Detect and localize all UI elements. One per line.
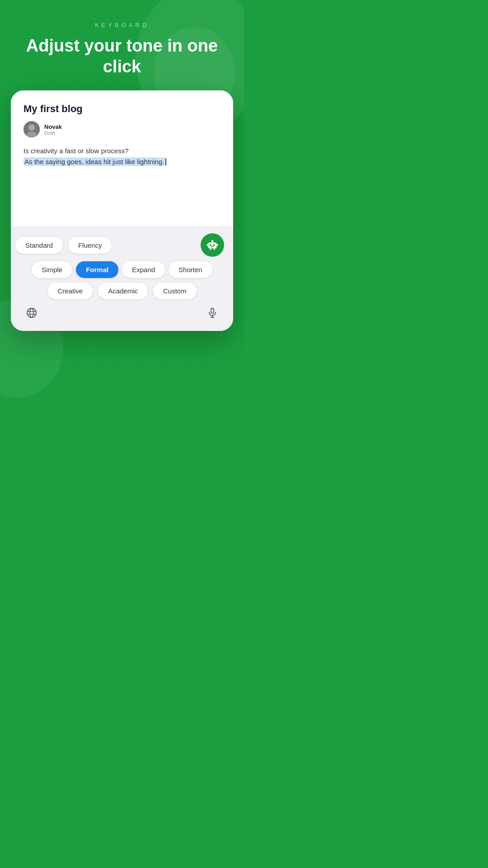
author-status: Draft <box>44 130 62 136</box>
avatar <box>23 121 40 137</box>
tone-btn-standard[interactable]: Standard <box>15 237 63 254</box>
author-name: Novak <box>44 123 62 130</box>
svg-rect-6 <box>211 246 214 247</box>
keyboard-bottom-bar <box>15 304 229 326</box>
tone-btn-academic[interactable]: Academic <box>98 283 148 299</box>
svg-rect-9 <box>207 244 208 246</box>
svg-rect-10 <box>216 244 218 246</box>
globe-icon[interactable] <box>26 307 37 321</box>
svg-point-8 <box>211 240 213 242</box>
svg-point-14 <box>30 308 33 317</box>
tone-btn-simple[interactable]: Simple <box>32 261 72 278</box>
phone-card: My first blog Novak Draft Is creativity … <box>11 90 233 331</box>
svg-rect-4 <box>210 244 211 246</box>
tone-btn-custom[interactable]: Custom <box>153 283 197 299</box>
text-normal: Is creativity a fast or slow process? <box>23 147 129 155</box>
document-text: Is creativity a fast or slow process? As… <box>23 146 221 167</box>
text-highlighted: As the saying goes, ideas hit just like … <box>23 157 165 166</box>
tone-btn-formal[interactable]: Formal <box>76 261 118 278</box>
tone-btn-creative[interactable]: Creative <box>47 283 93 299</box>
tone-btn-fluency[interactable]: Fluency <box>68 237 112 254</box>
svg-rect-3 <box>208 243 217 249</box>
keyboard-row-1: Standard Fluency <box>15 233 229 257</box>
header-label: KEYBOARD <box>0 22 244 28</box>
avatar-image <box>23 121 40 137</box>
keyboard-area: Standard Fluency Simp <box>11 226 233 331</box>
svg-rect-5 <box>213 244 215 246</box>
ai-button[interactable] <box>201 233 224 257</box>
robot-icon <box>206 238 219 252</box>
header-title: Adjust your tone in one click <box>0 36 244 77</box>
author-info: Novak Draft <box>44 123 62 136</box>
svg-rect-17 <box>211 308 214 313</box>
tone-btn-expand[interactable]: Expand <box>122 261 165 278</box>
svg-rect-12 <box>214 249 215 250</box>
svg-rect-11 <box>210 249 211 250</box>
document-area: My first blog Novak Draft Is creativity … <box>11 90 233 226</box>
keyboard-row-2: Simple Formal Expand Shorten <box>15 261 229 278</box>
svg-point-1 <box>28 124 35 131</box>
svg-point-13 <box>27 308 36 317</box>
keyboard-row-3: Creative Academic Custom <box>15 283 229 299</box>
text-cursor <box>165 158 166 165</box>
document-title: My first blog <box>23 103 221 115</box>
tone-btn-shorten[interactable]: Shorten <box>169 261 212 278</box>
microphone-icon[interactable] <box>207 307 218 321</box>
author-row: Novak Draft <box>23 121 221 137</box>
page-header: KEYBOARD Adjust your tone in one click <box>0 0 244 86</box>
